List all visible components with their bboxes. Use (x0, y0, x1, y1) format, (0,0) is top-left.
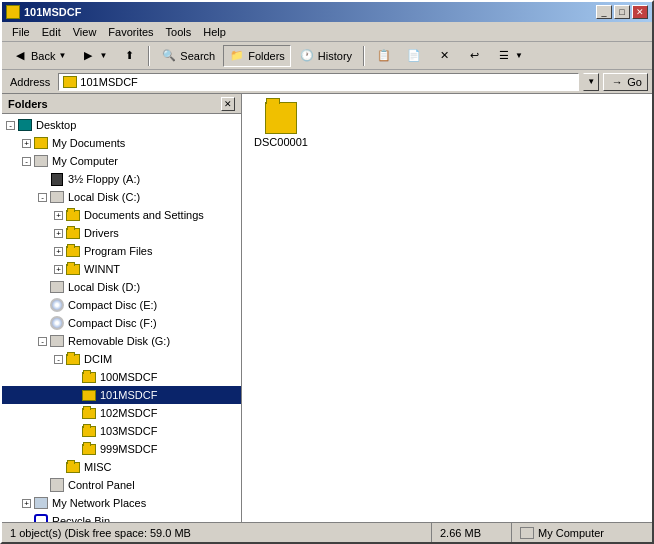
tree-label-misc: MISC (84, 461, 112, 473)
tree-item-100msdcf[interactable]: 100MSDCF (2, 368, 241, 386)
menu-help[interactable]: Help (197, 24, 232, 40)
tree-item-desktop[interactable]: - Desktop (2, 116, 241, 134)
expand-drivers[interactable]: + (54, 229, 63, 238)
computer-icon (33, 154, 49, 168)
main-window: 101MSDCF _ □ ✕ File Edit View Favorites … (0, 0, 654, 544)
back-label: Back (31, 50, 55, 62)
tree-label-local-d: Local Disk (D:) (68, 281, 140, 293)
cd-e-icon (49, 298, 65, 312)
window-title: 101MSDCF (24, 6, 81, 18)
expand-dcim[interactable]: - (54, 355, 63, 364)
search-icon: 🔍 (161, 48, 177, 64)
folder-icon (65, 352, 81, 366)
forward-button[interactable]: ▶ ▼ (74, 45, 113, 67)
folder-icon (81, 424, 97, 438)
tree-item-my-documents[interactable]: + My Documents (2, 134, 241, 152)
status-size-text: 2.66 MB (440, 527, 481, 539)
tree-item-control-panel[interactable]: Control Panel (2, 476, 241, 494)
folders-label: Folders (248, 50, 285, 62)
expand-local-c[interactable]: - (38, 193, 47, 202)
tree-item-drivers[interactable]: + Drivers (2, 224, 241, 242)
move-to-button[interactable]: 📋 (370, 45, 398, 67)
address-field[interactable]: 101MSDCF (58, 73, 579, 91)
tree-item-recycle[interactable]: Recycle Bin (2, 512, 241, 522)
tree-label-102msdcf: 102MSDCF (100, 407, 157, 419)
folder-panel-close-button[interactable]: ✕ (221, 97, 235, 111)
back-icon: ◀ (12, 48, 28, 64)
menu-file[interactable]: File (6, 24, 36, 40)
tree-item-docs-settings[interactable]: + Documents and Settings (2, 206, 241, 224)
menu-tools[interactable]: Tools (160, 24, 198, 40)
folder-icon (65, 226, 81, 240)
tree-label-control-panel: Control Panel (68, 479, 135, 491)
delete-button[interactable]: ✕ (430, 45, 458, 67)
tree-item-winnt[interactable]: + WINNT (2, 260, 241, 278)
toolbar: ◀ Back ▼ ▶ ▼ ⬆ 🔍 Search 📁 Folders 🕐 Hist… (2, 42, 652, 70)
undo-button[interactable]: ↩ (460, 45, 488, 67)
views-icon: ☰ (496, 48, 512, 64)
address-dropdown-button[interactable]: ▼ (583, 73, 599, 91)
go-button[interactable]: → Go (603, 73, 648, 91)
expand-winnt[interactable]: + (54, 265, 63, 274)
forward-icon: ▶ (80, 48, 96, 64)
tree-item-101msdcf[interactable]: 101MSDCF (2, 386, 241, 404)
maximize-button[interactable]: □ (614, 5, 630, 19)
history-button[interactable]: 🕐 History (293, 45, 358, 67)
tree-item-removable-g[interactable]: - Removable Disk (G:) (2, 332, 241, 350)
menu-view[interactable]: View (67, 24, 103, 40)
expand-my-network[interactable]: + (22, 499, 31, 508)
tree-item-103msdcf[interactable]: 103MSDCF (2, 422, 241, 440)
separator-2 (363, 46, 365, 66)
tree-item-local-d[interactable]: Local Disk (D:) (2, 278, 241, 296)
tree-item-my-network[interactable]: + My Network Places (2, 494, 241, 512)
folder-panel: Folders ✕ - Desktop + My Documents (2, 94, 242, 522)
search-button[interactable]: 🔍 Search (155, 45, 221, 67)
file-label-dsc00001: DSC00001 (254, 136, 308, 148)
tree-item-102msdcf[interactable]: 102MSDCF (2, 404, 241, 422)
my-docs-icon (33, 136, 49, 150)
tree-item-compact-f[interactable]: Compact Disc (F:) (2, 314, 241, 332)
expand-desktop[interactable]: - (6, 121, 15, 130)
folders-button[interactable]: 📁 Folders (223, 45, 291, 67)
minimize-button[interactable]: _ (596, 5, 612, 19)
undo-icon: ↩ (466, 48, 482, 64)
tree-item-my-computer[interactable]: - My Computer (2, 152, 241, 170)
tree-item-program-files[interactable]: + Program Files (2, 242, 241, 260)
folders-icon: 📁 (229, 48, 245, 64)
expand-my-documents[interactable]: + (22, 139, 31, 148)
tree-label-floppy: 3½ Floppy (A:) (68, 173, 140, 185)
forward-dropdown-icon: ▼ (99, 51, 107, 60)
folder-icon (65, 262, 81, 276)
tree-item-999msdcf[interactable]: 999MSDCF (2, 440, 241, 458)
up-button[interactable]: ⬆ (115, 45, 143, 67)
expand-my-computer[interactable]: - (22, 157, 31, 166)
tree-label-docs-settings: Documents and Settings (84, 209, 204, 221)
folder-icon (81, 370, 97, 384)
menu-edit[interactable]: Edit (36, 24, 67, 40)
tree-label-local-c: Local Disk (C:) (68, 191, 140, 203)
expand-removable-g[interactable]: - (38, 337, 47, 346)
views-button[interactable]: ☰ ▼ (490, 45, 529, 67)
status-computer: My Computer (512, 523, 652, 542)
tree-item-dcim[interactable]: - DCIM (2, 350, 241, 368)
expand-program-files[interactable]: + (54, 247, 63, 256)
go-arrow-icon: → (609, 74, 625, 90)
tree-label-100msdcf: 100MSDCF (100, 371, 157, 383)
close-button[interactable]: ✕ (632, 5, 648, 19)
tree-item-floppy[interactable]: 3½ Floppy (A:) (2, 170, 241, 188)
delete-icon: ✕ (436, 48, 452, 64)
tree-label-recycle: Recycle Bin (52, 515, 110, 522)
tree-item-misc[interactable]: MISC (2, 458, 241, 476)
expand-docs-settings[interactable]: + (54, 211, 63, 220)
file-item-dsc00001[interactable]: DSC00001 (246, 98, 316, 152)
tree-item-compact-e[interactable]: Compact Disc (E:) (2, 296, 241, 314)
copy-to-button[interactable]: 📄 (400, 45, 428, 67)
tree-item-local-c[interactable]: - Local Disk (C:) (2, 188, 241, 206)
cd-f-icon (49, 316, 65, 330)
back-button[interactable]: ◀ Back ▼ (6, 45, 72, 67)
drive-c-icon (49, 190, 65, 204)
menu-favorites[interactable]: Favorites (102, 24, 159, 40)
window-controls: _ □ ✕ (596, 5, 648, 19)
main-content: Folders ✕ - Desktop + My Documents (2, 94, 652, 522)
folder-icon (65, 460, 81, 474)
